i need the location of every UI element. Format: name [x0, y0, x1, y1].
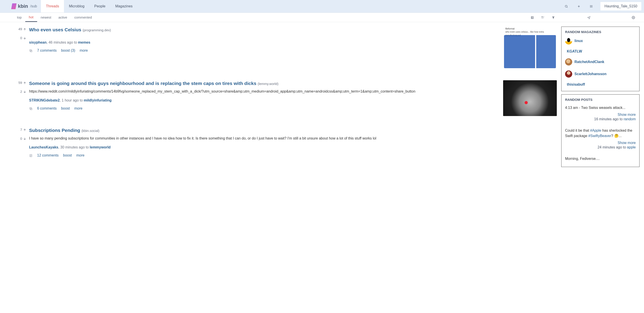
boost-link[interactable]: boost	[63, 153, 72, 158]
random-magazines-panel: RANDOM MAGAZINES linux KGATLW RatchetAnd…	[561, 26, 640, 91]
text-post-icon[interactable]	[29, 153, 33, 158]
vote-column: 59 2	[13, 80, 29, 116]
top-bar: kbin /sub Threads Microblog People Magaz…	[0, 0, 644, 13]
sub-label[interactable]: /sub	[30, 4, 37, 8]
downvote[interactable]: 0	[13, 136, 26, 141]
top-icons	[564, 4, 594, 8]
random-post-magazine[interactable]: random	[624, 117, 636, 121]
upvote[interactable]: 49	[13, 27, 26, 31]
post-meta: LaunchesKayaks, 30 minutes ago to lemmyw…	[29, 145, 552, 149]
feed: 49 0 Who even uses Celsius (programming.…	[0, 26, 561, 170]
magazine-link[interactable]: ScarlettJohansson	[565, 70, 636, 78]
svg-point-7	[590, 5, 590, 6]
svg-point-0	[565, 5, 567, 7]
random-post-magazine[interactable]: apple	[627, 145, 636, 149]
post-actions: 12 comments boost more	[29, 153, 552, 158]
post-title[interactable]: Subscriptions Pending (kbin.social)	[29, 127, 552, 134]
post-thumbnail[interactable]: fileformat who even uses celsius... like…	[503, 26, 557, 69]
sort-top[interactable]: top	[14, 13, 25, 22]
post-time: 1 hour ago	[62, 98, 79, 102]
post: 59 2 Someone is going around this guys n…	[13, 80, 557, 116]
post-body-url: https://www.reddit.com/r/mildlyinfuriati…	[29, 89, 499, 94]
hashtag-link[interactable]: #Apple	[590, 128, 601, 132]
logo[interactable]: kbin	[11, 3, 28, 9]
post-actions: 6 comments boost more	[29, 106, 499, 110]
tab-magazines[interactable]: Magazines	[110, 0, 137, 12]
nav-tabs: Threads Microblog People Magazines	[41, 0, 137, 12]
sort-order-icon[interactable]	[541, 16, 544, 20]
comments-link[interactable]: 7 comments	[37, 48, 56, 52]
downvote[interactable]: 0	[13, 36, 26, 40]
post-thumbnail[interactable]	[503, 80, 557, 116]
panel-title: RANDOM MAGAZINES	[565, 30, 636, 34]
post-author[interactable]: LaunchesKayaks	[29, 145, 58, 149]
thumb-text: who even uses celsius... like how extra	[505, 31, 544, 33]
svg-line-1	[567, 7, 568, 8]
vote-column: 7 0	[13, 127, 29, 158]
post-body-text: I have so many pending subscriptions for…	[29, 136, 552, 141]
sort-commented[interactable]: commented	[71, 13, 95, 22]
magazine-avatar-icon	[565, 70, 572, 78]
post-title[interactable]: Who even uses Celsius (programming.dev)	[29, 26, 499, 33]
svg-point-8	[590, 6, 590, 6]
vote-column: 49 0	[13, 26, 29, 69]
show-more-link[interactable]: Show more	[565, 141, 636, 145]
random-post-meta: 16 minutes ago to random	[565, 117, 636, 121]
add-icon[interactable]	[577, 4, 582, 8]
tab-microblog[interactable]: Microblog	[64, 0, 89, 12]
random-post: 4:13 am - Two Swiss weasels attack...	[565, 105, 636, 110]
comments-link[interactable]: 6 comments	[37, 106, 56, 110]
comments-link[interactable]: 12 comments	[37, 153, 58, 158]
thumb-user1: fileformat	[505, 28, 514, 30]
settings-gear-icon[interactable]	[632, 16, 635, 20]
upvote[interactable]: 59	[13, 81, 26, 85]
logo-mark-icon	[11, 3, 16, 9]
filter-icon[interactable]	[552, 16, 555, 20]
more-link[interactable]: more	[74, 106, 82, 110]
upvote[interactable]: 7	[13, 128, 26, 132]
post-domain: (programming.dev)	[82, 28, 111, 32]
sort-hot[interactable]: hot	[25, 13, 37, 22]
post-magazine[interactable]: memes	[78, 40, 90, 44]
view-table-icon[interactable]	[531, 16, 534, 20]
post-meta: STRIKINGdebate2, 1 hour ago to mildlyinf…	[29, 98, 499, 102]
magazine-link[interactable]: thisisabuff	[565, 82, 636, 86]
post-magazine[interactable]: mildlyinfuriating	[84, 98, 112, 102]
location-icon[interactable]	[587, 16, 590, 20]
sort-bar: top hot newest active commented	[0, 13, 644, 22]
post-time: 46 minutes ago	[48, 40, 73, 44]
sort-newest[interactable]: newest	[37, 13, 55, 22]
magazine-link[interactable]: RatchetAndClank	[565, 58, 636, 66]
show-more-link[interactable]: Show more	[565, 113, 636, 117]
random-post: Could it be that #Apple has sherlocked t…	[565, 128, 636, 138]
hashtag-link[interactable]: #SwiftyBeaver	[588, 134, 611, 138]
copy-icon[interactable]	[29, 106, 33, 110]
post-magazine[interactable]: lemmyworld	[90, 145, 110, 149]
magazine-name: linux	[574, 39, 583, 43]
svg-point-18	[633, 17, 634, 18]
svg-point-9	[590, 7, 590, 7]
boost-link[interactable]: boost	[61, 106, 70, 110]
magazine-link[interactable]: linux	[565, 37, 636, 44]
downvote[interactable]: 2	[13, 90, 26, 94]
post-author[interactable]: STRIKINGdebate2	[29, 98, 60, 102]
post-author[interactable]: sisyphean	[29, 40, 46, 44]
more-link[interactable]: more	[80, 48, 88, 52]
boost-link[interactable]: boost (3)	[61, 48, 75, 52]
magazine-name: KGATLW	[567, 50, 582, 54]
username[interactable]: Haunting_Tale_5150	[600, 2, 641, 10]
post-title[interactable]: Someone is going around this guys neighb…	[29, 80, 499, 86]
more-link[interactable]: more	[76, 153, 84, 158]
search-icon[interactable]	[564, 4, 569, 8]
copy-icon[interactable]	[29, 48, 33, 52]
tab-people[interactable]: People	[90, 0, 110, 12]
list-icon[interactable]	[590, 4, 594, 8]
post: 7 0 Subscriptions Pending (kbin.social) …	[13, 127, 557, 158]
magazine-name: RatchetAndClank	[574, 60, 604, 64]
panel-title: RANDOM POSTS	[565, 98, 636, 102]
sort-active[interactable]: active	[55, 13, 71, 22]
svg-rect-10	[531, 16, 534, 19]
sidebar: RANDOM MAGAZINES linux KGATLW RatchetAnd…	[561, 26, 644, 170]
magazine-link[interactable]: KGATLW	[565, 50, 636, 54]
tab-threads[interactable]: Threads	[41, 0, 64, 12]
